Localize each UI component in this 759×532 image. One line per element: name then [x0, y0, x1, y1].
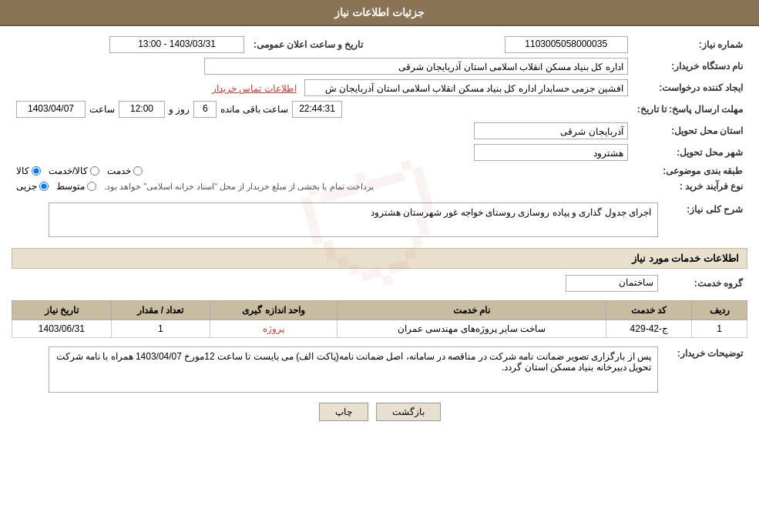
- buyer-notes-row: توضیحات خریدار: پس از بارگزاری تصویر ضما…: [12, 344, 747, 395]
- buyer-notes-value: پس از بارگزاری تصویر ضمانت نامه شرکت در …: [12, 344, 663, 395]
- page-title: جزئیات اطلاعات نیاز: [334, 6, 425, 18]
- back-button[interactable]: بازگشت: [376, 403, 441, 421]
- category-label: طبقه بندی موضوعی:: [633, 163, 747, 179]
- announcement-date-box: 1403/03/31 - 13:00: [109, 36, 244, 53]
- days-label: روز و: [169, 104, 190, 115]
- service-group-label: گروه خدمت:: [663, 273, 747, 294]
- services-table-body: 1 ج-42-429 ساخت سایر پروژه‌های مهندسی عم…: [12, 320, 747, 338]
- need-number-row: شماره نیاز: 1103005058000035 تاریخ و ساع…: [12, 34, 747, 55]
- service-group-value: ساختمان: [12, 273, 663, 294]
- creator-label: ایجاد کننده درخواست:: [633, 77, 747, 99]
- remaining-label: ساعت باقی مانده: [220, 104, 288, 115]
- button-row: بازگشت چاپ: [12, 403, 747, 429]
- buyer-notes-label: توضیحات خریدار:: [663, 344, 747, 395]
- description-label: شرح کلی نیاز:: [663, 200, 747, 242]
- buyer-notes-box: پس از بارگزاری تصویر ضمانت نامه شرکت در …: [49, 346, 658, 393]
- deadline-time-box: 12:00: [119, 101, 165, 118]
- province-box: آذربایجان شرقی: [474, 122, 628, 139]
- need-number-label: شماره نیاز:: [633, 34, 747, 55]
- creator-box: افشین جزمی حسابدار اداره کل بنیاد مسکن ا…: [304, 79, 628, 96]
- buyer-org-row: نام دستگاه خریدار: اداره کل بنیاد مسکن ا…: [12, 55, 747, 77]
- col-unit: واحد اندازه گیری: [210, 301, 338, 320]
- province-row: استان محل تحویل: آذربایجان شرقی: [12, 120, 747, 142]
- col-row-num: ردیف: [692, 301, 747, 320]
- cell-row-num: 1: [692, 320, 747, 338]
- category-service-label: خدمت: [107, 166, 131, 176]
- category-goods-label: کالا: [16, 166, 29, 176]
- col-service-name: نام خدمت: [337, 301, 606, 320]
- announcement-date-label: تاریخ و ساعت اعلان عمومی:: [249, 34, 368, 55]
- deadline-row: مهلت ارسال پاسخ: تا تاریخ: 22:44:31 ساعت…: [12, 99, 747, 120]
- category-radio-goods-service[interactable]: [90, 166, 99, 176]
- services-table: ردیف کد خدمت نام خدمت واحد اندازه گیری ت…: [12, 300, 747, 338]
- cell-service-code: ج-42-429: [606, 320, 692, 338]
- services-section-title: اطلاعات خدمات مورد نیاز: [12, 248, 747, 269]
- service-group-table: گروه خدمت: ساختمان: [12, 273, 747, 294]
- announcement-date-value: 1403/03/31 - 13:00: [12, 34, 249, 55]
- buyer-org-label: نام دستگاه خریدار:: [633, 55, 747, 77]
- col-service-code: کد خدمت: [606, 301, 692, 320]
- creator-link[interactable]: اطلاعات تماس خریدار: [212, 83, 297, 94]
- table-row: 1 ج-42-429 ساخت سایر پروژه‌های مهندسی عم…: [12, 320, 747, 338]
- need-number-value: 1103005058000035: [414, 34, 632, 55]
- city-value: هشترود: [12, 142, 633, 163]
- province-value: آذربایجان شرقی: [12, 120, 633, 142]
- buyer-org-value: اداره کل بنیاد مسکن انقلاب اسلامی استان …: [12, 55, 633, 77]
- services-header-row: ردیف کد خدمت نام خدمت واحد اندازه گیری ت…: [12, 301, 747, 320]
- buyer-org-box: اداره کل بنیاد مسکن انقلاب اسلامی استان …: [204, 58, 628, 75]
- city-label: شهر محل تحویل:: [633, 142, 747, 163]
- category-option-goods-service[interactable]: کالا/خدمت: [49, 166, 99, 176]
- time-label: ساعت: [89, 104, 115, 115]
- process-medium-label: متوسط: [56, 181, 85, 192]
- col-quantity: تعداد / مقدار: [111, 301, 210, 320]
- city-row: شهر محل تحویل: هشترود: [12, 142, 747, 163]
- city-box: هشترود: [474, 144, 628, 161]
- deadline-date-box: 1403/04/07: [16, 101, 86, 118]
- process-option-medium[interactable]: متوسط: [56, 181, 96, 192]
- buyer-notes-table: توضیحات خریدار: پس از بارگزاری تصویر ضما…: [12, 344, 747, 395]
- cell-date: 1403/06/31: [12, 320, 112, 338]
- content-area: 🛡 شماره نیاز: 1103005058000035 تاریخ و س…: [0, 26, 759, 437]
- creator-value: افشین جزمی حسابدار اداره کل بنیاد مسکن ا…: [12, 77, 633, 99]
- cell-quantity: 1: [111, 320, 210, 338]
- process-radio-medium[interactable]: [87, 182, 96, 191]
- deadline-value: 22:44:31 ساعت باقی مانده 6 روز و 12:00 س…: [12, 99, 633, 120]
- deadline-label: مهلت ارسال پاسخ: تا تاریخ:: [633, 99, 747, 120]
- remaining-time-box: 22:44:31: [292, 101, 342, 118]
- page-header: جزئیات اطلاعات نیاز: [0, 0, 759, 26]
- need-number-box: 1103005058000035: [505, 36, 628, 53]
- creator-row: ایجاد کننده درخواست: افشین جزمی حسابدار …: [12, 77, 747, 99]
- description-value: اجرای جدول گذاری و پیاده روسازی روستای خ…: [12, 200, 663, 242]
- service-group-box: ساختمان: [566, 275, 658, 292]
- process-note: پرداخت تمام یا بخشی از مبلغ خریدار از مح…: [104, 182, 374, 192]
- category-value: خدمت کالا/خدمت کالا: [12, 163, 633, 179]
- cell-service-name: ساخت سایر پروژه‌های مهندسی عمران: [337, 320, 606, 338]
- category-goods-service-label: کالا/خدمت: [49, 166, 88, 176]
- province-label: استان محل تحویل:: [633, 120, 747, 142]
- description-row: شرح کلی نیاز: اجرای جدول گذاری و پیاده ر…: [12, 200, 747, 242]
- category-radio-service[interactable]: [133, 166, 143, 176]
- description-table: شرح کلی نیاز: اجرای جدول گذاری و پیاده ر…: [12, 200, 747, 242]
- process-small-label: جزیی: [16, 181, 37, 192]
- cell-unit: پروژه: [210, 320, 338, 338]
- process-radio-small[interactable]: [39, 182, 49, 191]
- col-date: تاریخ نیاز: [12, 301, 112, 320]
- header-info-table: شماره نیاز: 1103005058000035 تاریخ و ساع…: [12, 34, 747, 194]
- process-label: نوع فرآیند خرید :: [633, 179, 747, 194]
- process-option-small[interactable]: جزیی: [16, 181, 49, 192]
- process-row: نوع فرآیند خرید : پرداخت تمام یا بخشی از…: [12, 179, 747, 194]
- service-group-row: گروه خدمت: ساختمان: [12, 273, 747, 294]
- days-box: 6: [193, 101, 217, 118]
- services-table-header: ردیف کد خدمت نام خدمت واحد اندازه گیری ت…: [12, 301, 747, 320]
- category-row: طبقه بندی موضوعی: خدمت کالا/خدمت: [12, 163, 747, 179]
- category-option-service[interactable]: خدمت: [107, 166, 143, 176]
- category-option-goods[interactable]: کالا: [16, 166, 41, 176]
- process-value: پرداخت تمام یا بخشی از مبلغ خریدار از مح…: [12, 179, 633, 194]
- description-textarea: اجرای جدول گذاری و پیاده روسازی روستای خ…: [49, 202, 658, 237]
- category-radio-goods[interactable]: [32, 166, 41, 176]
- page-wrapper: جزئیات اطلاعات نیاز 🛡 شماره نیاز: 110300…: [0, 0, 759, 532]
- print-button[interactable]: چاپ: [319, 403, 368, 421]
